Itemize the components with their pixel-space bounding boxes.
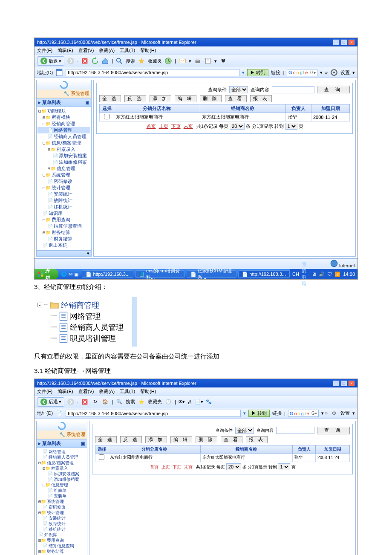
- collapse-icon[interactable]: ▣: [81, 441, 85, 446]
- tree-add-repair[interactable]: 添加维修档案: [37, 477, 86, 482]
- go-button[interactable]: ▶ 转到: [247, 69, 268, 76]
- collapse-icon[interactable]: ▣: [86, 101, 89, 105]
- pager-last[interactable]: 末页: [184, 465, 193, 469]
- edit-button[interactable]: 编 辑: [170, 436, 192, 443]
- stop-icon[interactable]: [81, 398, 89, 406]
- tree-repair-order[interactable]: 维修单: [37, 488, 86, 493]
- mail-icon[interactable]: [179, 57, 186, 65]
- close-button[interactable]: ×: [348, 39, 355, 45]
- chevron-down-icon[interactable]: ▾: [320, 70, 323, 75]
- history-icon[interactable]: [164, 57, 172, 65]
- tree-exit[interactable]: 退出系统: [37, 242, 90, 249]
- search-condition-select[interactable]: 全部: [235, 427, 254, 434]
- tree-fin-settle[interactable]: 财务结算: [37, 236, 90, 242]
- tree-fin[interactable]: ⊟财务结算: [37, 229, 90, 236]
- gear-icon[interactable]: ⚙: [330, 410, 338, 417]
- search-button[interactable]: 查 询: [317, 86, 350, 93]
- tree-sys[interactable]: ⊟系统管理: [37, 499, 86, 504]
- tree-dealer-person[interactable]: 经销商人员管理: [37, 133, 90, 140]
- tree-fault-stats[interactable]: 故障统计: [37, 197, 90, 204]
- maximize-button[interactable]: □: [340, 380, 347, 386]
- tree-pwd[interactable]: 密码修改: [37, 178, 90, 185]
- start-button[interactable]: 开始: [35, 269, 58, 279]
- menu-edit[interactable]: 编辑(E): [58, 388, 73, 395]
- forward-icon[interactable]: [67, 57, 75, 65]
- pager-goto[interactable]: 1: [278, 463, 290, 470]
- pager-goto[interactable]: 1: [285, 123, 297, 130]
- tree-all[interactable]: ⊟所有模块: [37, 114, 90, 121]
- addr-dropdown-icon[interactable]: ▾: [242, 70, 245, 75]
- select-all-button[interactable]: 全 选: [95, 436, 117, 443]
- tree-install-order[interactable]: 安装单: [37, 493, 86, 499]
- pager-next[interactable]: 下页: [173, 465, 181, 469]
- pager-next[interactable]: 下页: [171, 124, 181, 129]
- favorites-icon[interactable]: ⭐: [138, 398, 145, 406]
- tray-icon[interactable]: 🔊: [319, 272, 325, 277]
- tray-icon[interactable]: 📶: [334, 272, 340, 277]
- search-condition-select[interactable]: 全部: [229, 86, 248, 93]
- delete-button[interactable]: 删 除: [196, 436, 217, 443]
- add-button[interactable]: 添 加: [150, 95, 171, 102]
- search-button[interactable]: 查 询: [317, 427, 350, 434]
- taskbar-item[interactable]: 📄亿家能CRM管理系...: [187, 270, 236, 278]
- go-button[interactable]: ▶ 转到: [248, 410, 270, 417]
- tree-infomgmt[interactable]: ⊟信息管理: [37, 482, 86, 488]
- tree-install-stats[interactable]: 安装统计: [37, 191, 90, 197]
- select-all-button[interactable]: 全 选: [99, 95, 121, 102]
- quick-launch-icon[interactable]: ▣: [74, 272, 78, 277]
- edit-icon[interactable]: 📄▾: [195, 399, 203, 405]
- invert-button[interactable]: 反 选: [124, 95, 146, 102]
- search-icon[interactable]: 🔍: [115, 398, 123, 406]
- favorites-icon[interactable]: [138, 57, 145, 65]
- tree-network[interactable]: 网络管理: [37, 127, 90, 133]
- pager-first[interactable]: 首页: [147, 124, 156, 129]
- menu-edit[interactable]: 编辑(E): [58, 47, 73, 54]
- settings-label[interactable]: 设置: [340, 69, 350, 76]
- invert-button[interactable]: 反 选: [120, 436, 142, 443]
- pager-perpage[interactable]: 20: [230, 123, 245, 130]
- search-label[interactable]: 搜索: [126, 58, 135, 64]
- view-button[interactable]: 查 看: [225, 95, 247, 102]
- google-search-box[interactable]: GoogleG▾: [288, 410, 319, 417]
- tree-kb[interactable]: 知识库: [37, 532, 86, 538]
- menu-fav[interactable]: 收藏(A): [99, 388, 115, 395]
- tree-info[interactable]: ⊟信息/档案管理: [37, 140, 90, 146]
- taskbar-item[interactable]: 📘ecs的crm培训资料...: [135, 270, 185, 278]
- menu-view[interactable]: 查看(V): [78, 47, 94, 54]
- delete-button[interactable]: 删 除: [200, 95, 222, 102]
- taskbar-item[interactable]: 📄http://192.168.3...: [82, 270, 133, 278]
- tree-add-install[interactable]: 添加安装档案: [37, 471, 86, 477]
- tree-add-repair[interactable]: 添加维修档案: [37, 159, 90, 165]
- minimize-button[interactable]: _: [333, 39, 340, 45]
- forward-icon[interactable]: [67, 398, 75, 406]
- print-icon[interactable]: 🖨: [187, 399, 192, 405]
- tree-settle-q[interactable]: 结算信息查询: [37, 543, 86, 549]
- pager-prev[interactable]: 上页: [159, 124, 168, 129]
- report-button[interactable]: 报 表: [246, 436, 268, 443]
- minimize-button[interactable]: _: [333, 380, 340, 386]
- mail-icon[interactable]: ✉▾: [179, 399, 185, 405]
- home-icon[interactable]: [101, 57, 109, 65]
- pager-perpage[interactable]: 20: [226, 463, 241, 470]
- pager-first[interactable]: 首页: [150, 465, 159, 469]
- tree-add-install[interactable]: 添加安装档案: [37, 153, 90, 159]
- back-button[interactable]: 后退 ▾: [37, 56, 64, 66]
- tree-stats[interactable]: ⊟统计管理: [37, 185, 90, 191]
- fav-label[interactable]: 收藏夹: [148, 58, 162, 64]
- quick-launch-icon[interactable]: ✉: [69, 272, 72, 277]
- edit-icon[interactable]: [204, 57, 212, 65]
- report-button[interactable]: 报 表: [250, 95, 272, 102]
- search-input[interactable]: [272, 86, 314, 93]
- close-button[interactable]: ×: [348, 380, 355, 386]
- back-button[interactable]: 后退 ▾: [37, 397, 64, 407]
- tree-fin[interactable]: ⊟财务结算: [37, 549, 86, 554]
- tray-icon[interactable]: 🖥: [311, 272, 316, 277]
- pager-last[interactable]: 末页: [184, 124, 193, 129]
- row-checkbox[interactable]: [104, 114, 110, 119]
- view-button[interactable]: 查 看: [221, 436, 242, 443]
- tree-dealer-person[interactable]: 经销商人员管理: [37, 454, 86, 460]
- gear-icon[interactable]: [330, 69, 338, 76]
- tree-archive[interactable]: ⊟档案录入: [37, 146, 90, 153]
- menu-tools[interactable]: 工具(T): [120, 47, 135, 54]
- menu-help[interactable]: 帮助(H): [140, 47, 156, 54]
